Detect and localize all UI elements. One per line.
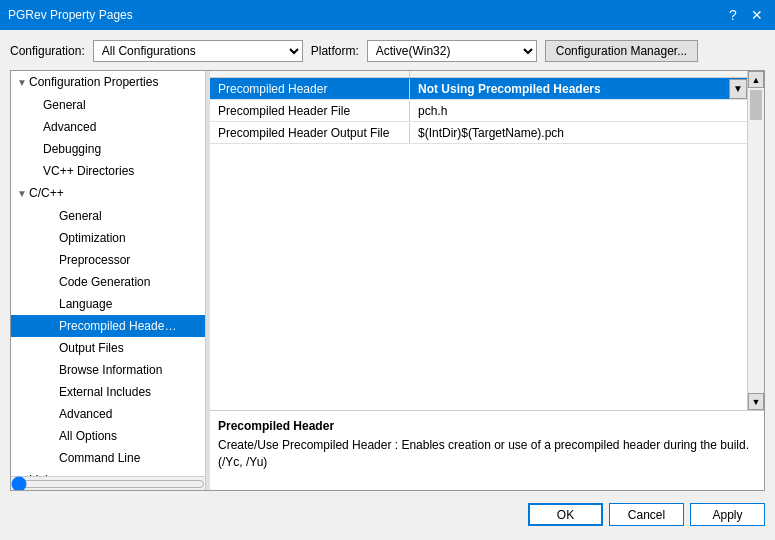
tree-hscroll-bar[interactable]	[11, 476, 205, 490]
prop-row-2[interactable]: Precompiled Header Output File$(IntDir)$…	[210, 122, 747, 144]
prop-value-1: pch.h	[410, 101, 747, 121]
tree-item-general[interactable]: General	[11, 94, 205, 116]
property-table-header	[210, 71, 747, 78]
col-property	[210, 71, 410, 77]
description-panel: Precompiled Header Create/Use Precompile…	[210, 410, 764, 490]
tree-label-precompiled-headers: Precompiled Heade…	[59, 319, 176, 333]
cancel-button[interactable]: Cancel	[609, 503, 684, 526]
tree-item-browse-information[interactable]: Browse Information	[11, 359, 205, 381]
tree-label-optimization: Optimization	[59, 231, 126, 245]
tree-label-browse-information: Browse Information	[59, 363, 162, 377]
tree-label-language: Language	[59, 297, 112, 311]
prop-name-0: Precompiled Header	[210, 79, 410, 99]
tree-item-command-line[interactable]: Command Line	[11, 447, 205, 469]
configuration-select[interactable]: All Configurations	[93, 40, 303, 62]
property-rows: Precompiled HeaderNot Using Precompiled …	[210, 78, 747, 144]
property-table: Precompiled HeaderNot Using Precompiled …	[210, 71, 747, 410]
tree-label-cpp-general: General	[59, 209, 102, 223]
prop-value-2: $(IntDir)$(TargetName).pch	[410, 123, 747, 143]
window-controls: ? ✕	[723, 5, 767, 25]
property-panel: Precompiled HeaderNot Using Precompiled …	[210, 71, 764, 490]
col-value	[410, 71, 729, 77]
description-title: Precompiled Header	[218, 419, 756, 433]
content-area: ▼Configuration PropertiesGeneralAdvanced…	[10, 70, 765, 491]
prop-dropdown-btn-0[interactable]: ▼	[729, 79, 747, 99]
tree-item-cpp[interactable]: ▼C/C++	[11, 182, 205, 205]
tree-label-external-includes: External Includes	[59, 385, 151, 399]
tree-label-cpp-advanced: Advanced	[59, 407, 112, 421]
apply-button[interactable]: Apply	[690, 503, 765, 526]
tree-label-config-properties: Configuration Properties	[29, 75, 158, 89]
tree-item-optimization[interactable]: Optimization	[11, 227, 205, 249]
property-table-wrapper: Precompiled HeaderNot Using Precompiled …	[210, 71, 764, 410]
tree-label-all-options: All Options	[59, 429, 117, 443]
tree-label-code-generation: Code Generation	[59, 275, 150, 289]
prop-value-0: Not Using Precompiled Headers	[410, 79, 729, 99]
prop-row-1[interactable]: Precompiled Header Filepch.h	[210, 100, 747, 122]
tree-panel: ▼Configuration PropertiesGeneralAdvanced…	[11, 71, 206, 490]
scroll-up-btn[interactable]: ▲	[748, 71, 764, 88]
tree-label-vc-directories: VC++ Directories	[43, 164, 134, 178]
tree-expander-config-properties[interactable]: ▼	[15, 74, 29, 92]
window-title: PGRev Property Pages	[8, 8, 133, 22]
tree-item-cpp-advanced[interactable]: Advanced	[11, 403, 205, 425]
tree-item-advanced[interactable]: Advanced	[11, 116, 205, 138]
platform-select[interactable]: Active(Win32)	[367, 40, 537, 62]
scroll-down-btn[interactable]: ▼	[748, 393, 764, 410]
tree-item-external-includes[interactable]: External Includes	[11, 381, 205, 403]
tree-label-output-files: Output Files	[59, 341, 124, 355]
help-button[interactable]: ?	[723, 5, 743, 25]
description-text: Create/Use Precompiled Header : Enables …	[218, 437, 756, 471]
tree-item-config-properties[interactable]: ▼Configuration Properties	[11, 71, 205, 94]
buttons-row: OK Cancel Apply	[10, 499, 765, 530]
scroll-track	[748, 88, 764, 393]
tree-item-precompiled-headers[interactable]: Precompiled Heade…	[11, 315, 205, 337]
config-manager-button[interactable]: Configuration Manager...	[545, 40, 698, 62]
tree-item-vc-directories[interactable]: VC++ Directories	[11, 160, 205, 182]
title-bar: PGRev Property Pages ? ✕	[0, 0, 775, 30]
tree-item-preprocessor[interactable]: Preprocessor	[11, 249, 205, 271]
config-label: Configuration:	[10, 44, 85, 58]
tree-label-preprocessor: Preprocessor	[59, 253, 130, 267]
tree-horizontal-scrollbar[interactable]	[11, 478, 205, 490]
tree-label-general: General	[43, 98, 86, 112]
tree-label-debugging: Debugging	[43, 142, 101, 156]
tree-item-output-files[interactable]: Output Files	[11, 337, 205, 359]
tree-item-code-generation[interactable]: Code Generation	[11, 271, 205, 293]
tree-scroll[interactable]: ▼Configuration PropertiesGeneralAdvanced…	[11, 71, 205, 476]
prop-row-0[interactable]: Precompiled HeaderNot Using Precompiled …	[210, 78, 747, 100]
tree-item-debugging[interactable]: Debugging	[11, 138, 205, 160]
tree-label-advanced: Advanced	[43, 120, 96, 134]
property-vscrollbar[interactable]: ▲ ▼	[747, 71, 764, 410]
close-button[interactable]: ✕	[747, 5, 767, 25]
prop-name-1: Precompiled Header File	[210, 101, 410, 121]
scroll-thumb[interactable]	[750, 90, 762, 120]
ok-button[interactable]: OK	[528, 503, 603, 526]
prop-name-2: Precompiled Header Output File	[210, 123, 410, 143]
tree-expander-cpp[interactable]: ▼	[15, 185, 29, 203]
tree-item-language[interactable]: Language	[11, 293, 205, 315]
tree-label-command-line: Command Line	[59, 451, 140, 465]
config-row: Configuration: All Configurations Platfo…	[10, 40, 765, 62]
dialog: Configuration: All Configurations Platfo…	[0, 30, 775, 540]
tree-item-cpp-general[interactable]: General	[11, 205, 205, 227]
tree-label-cpp: C/C++	[29, 186, 64, 200]
tree-item-all-options[interactable]: All Options	[11, 425, 205, 447]
platform-label: Platform:	[311, 44, 359, 58]
